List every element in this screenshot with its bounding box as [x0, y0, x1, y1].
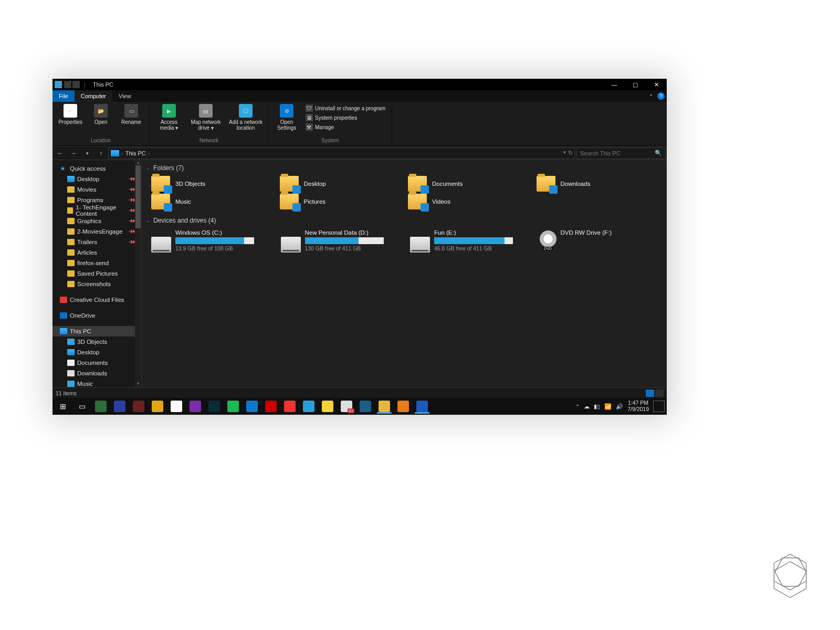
taskbar-app1[interactable] — [92, 399, 109, 414]
nav-qa-item[interactable]: Desktop📌 — [52, 174, 135, 184]
address-bar[interactable]: › This PC › ▾ ↻ — [108, 148, 575, 159]
taskbar-edge[interactable] — [244, 399, 260, 414]
taskbar-app3[interactable] — [130, 399, 147, 414]
folder-item[interactable]: Music — [151, 194, 278, 209]
nav-pc-item[interactable]: Music — [52, 379, 135, 387]
nav-pc-item[interactable]: Desktop — [52, 347, 135, 358]
taskbar-start[interactable]: ⊞ — [55, 399, 71, 414]
rename-button[interactable]: ▭Rename — [119, 104, 144, 125]
search-input[interactable]: Search This PC 🔍 — [576, 148, 666, 159]
folder-item[interactable]: Videos — [408, 194, 534, 209]
folder-item[interactable]: Documents — [408, 176, 534, 192]
nav-pc-item[interactable]: Downloads — [52, 368, 135, 379]
nav-forward-button[interactable]: → — [67, 147, 80, 160]
refresh-button[interactable]: ↻ — [568, 150, 573, 156]
nav-qa-item[interactable]: Graphics📌 — [52, 216, 135, 226]
section-folders[interactable]: ⌄Folders (7) — [146, 162, 663, 174]
scroll-down-icon[interactable]: ▾ — [135, 381, 141, 387]
taskbar-explorer[interactable] — [376, 399, 393, 414]
close-button[interactable]: ✕ — [646, 79, 667, 90]
taskbar-taskview[interactable]: ▭ — [74, 399, 90, 414]
manage-button[interactable]: ⚒Manage — [304, 123, 386, 131]
nav-pc-item[interactable]: 3D Objects — [52, 337, 135, 347]
scroll-thumb[interactable] — [135, 165, 141, 228]
taskbar-netflix[interactable] — [262, 399, 279, 414]
taskbar-sticky[interactable] — [319, 399, 336, 414]
taskbar-clock[interactable]: 1:47 PM7/9/2019 — [627, 400, 649, 412]
add-location-button[interactable]: 🖵Add a network location — [228, 104, 263, 131]
view-details-button[interactable] — [646, 390, 654, 397]
nav-qa-item[interactable]: Programs📌 — [52, 195, 135, 205]
section-drives[interactable]: ⌄Devices and drives (4) — [146, 215, 663, 226]
navpane-scrollbar[interactable]: ▴ ▾ — [135, 160, 141, 387]
taskbar-app2[interactable] — [111, 399, 128, 414]
breadcrumb[interactable]: This PC — [125, 150, 146, 156]
taskbar-mail[interactable]: 81 — [338, 399, 355, 414]
access-media-button[interactable]: ▶Access media ▾ — [155, 104, 183, 131]
system-properties-button[interactable]: 🖥System properties — [304, 113, 386, 122]
search-placeholder: Search This PC — [580, 150, 621, 156]
taskbar-chrome[interactable] — [300, 399, 317, 414]
nav-creative-cloud[interactable]: Creative Cloud Files — [52, 295, 135, 305]
uninstall-button[interactable]: 🛡Uninstall or change a program — [304, 104, 386, 112]
help-button[interactable]: ? — [657, 92, 665, 100]
tab-file[interactable]: File — [52, 90, 75, 102]
address-dropdown-button[interactable]: ▾ — [563, 150, 566, 156]
nav-pc-item[interactable]: Documents — [52, 358, 135, 368]
tray-volume-icon[interactable]: 🔊 — [616, 403, 623, 410]
app-icon — [303, 401, 314, 412]
nav-qa-item[interactable]: 2-MoviesEngage📌 — [52, 226, 135, 237]
nav-qa-item[interactable]: Saved Pictures — [52, 268, 135, 279]
tab-computer[interactable]: Computer — [75, 90, 112, 102]
navigation-pane[interactable]: ★Quick access Desktop📌Movies📌Programs📌1-… — [52, 160, 142, 387]
nav-qa-item[interactable]: Articles — [52, 247, 135, 258]
folder-item[interactable]: Downloads — [537, 176, 663, 192]
taskbar-store[interactable] — [168, 399, 185, 414]
taskbar-photoshop[interactable] — [206, 399, 223, 414]
nav-qa-item[interactable]: Screenshots — [52, 279, 135, 289]
taskbar-opera[interactable] — [281, 399, 298, 414]
folder-item[interactable]: Pictures — [280, 194, 406, 209]
tab-view[interactable]: View — [112, 90, 138, 102]
content-pane[interactable]: ⌄Folders (7) 3D ObjectsDesktopDocumentsD… — [142, 160, 667, 387]
minimize-button[interactable]: — — [604, 79, 625, 90]
nav-qa-item[interactable]: firefox-send — [52, 258, 135, 268]
nav-quick-access[interactable]: ★Quick access — [52, 163, 135, 174]
map-drive-button[interactable]: 🖴Map network drive ▾ — [188, 104, 223, 131]
nav-qa-item[interactable]: Trailers📌 — [52, 237, 135, 247]
open-button[interactable]: 📂Open — [88, 104, 113, 125]
tray-expand-icon[interactable]: ⌃ — [575, 404, 580, 410]
taskbar-onenote[interactable] — [187, 399, 204, 414]
folder-item[interactable]: Desktop — [280, 176, 406, 192]
drive-item[interactable]: New Personal Data (D:) 130 GB free of 41… — [281, 229, 404, 253]
nav-qa-item[interactable]: 1- TechEngage Content📌 — [52, 205, 135, 216]
collapse-ribbon-button[interactable]: ⌃ — [649, 93, 653, 99]
action-center-button[interactable] — [653, 401, 665, 412]
taskbar-vlc[interactable] — [395, 399, 412, 414]
drive-item[interactable]: Windows OS (C:) 13.9 GB free of 108 GB — [151, 229, 275, 253]
taskbar-spotify[interactable] — [225, 399, 242, 414]
view-tiles-button[interactable] — [655, 390, 664, 397]
properties-button[interactable]: ✔Properties — [58, 104, 83, 125]
dvd-drive-item[interactable]: DVDDVD RW Drive (F:) — [540, 229, 663, 253]
tray-network-icon[interactable]: 📶 — [604, 403, 612, 410]
nav-back-button[interactable]: ← — [54, 147, 66, 160]
nav-qa-item[interactable]: Movies📌 — [52, 184, 135, 195]
folder-icon — [151, 194, 170, 209]
maximize-button[interactable]: ▢ — [625, 79, 646, 90]
nav-up-button[interactable]: ↑ — [94, 147, 107, 160]
search-icon: 🔍 — [655, 150, 662, 156]
nav-onedrive[interactable]: OneDrive — [52, 310, 135, 321]
open-settings-button[interactable]: ⚙Open Settings — [274, 104, 299, 131]
taskbar-app4[interactable] — [149, 399, 166, 414]
tray-battery-icon[interactable]: ▮▯ — [594, 403, 600, 410]
folder-item[interactable]: 3D Objects — [151, 176, 278, 192]
taskbar-word[interactable] — [414, 399, 430, 414]
nav-history-button[interactable]: ▾ — [81, 147, 93, 160]
drive-item[interactable]: Fun (E:) 46.8 GB free of 411 GB — [410, 229, 533, 253]
quick-access-toolbar[interactable] — [64, 81, 80, 88]
tray-onedrive-icon[interactable]: ☁ — [584, 403, 590, 410]
nav-this-pc[interactable]: This PC — [52, 326, 135, 337]
taskbar-app5[interactable] — [357, 399, 374, 414]
system-tray[interactable]: ⌃ ☁ ▮▯ 📶 🔊 1:47 PM7/9/2019 — [575, 400, 665, 412]
